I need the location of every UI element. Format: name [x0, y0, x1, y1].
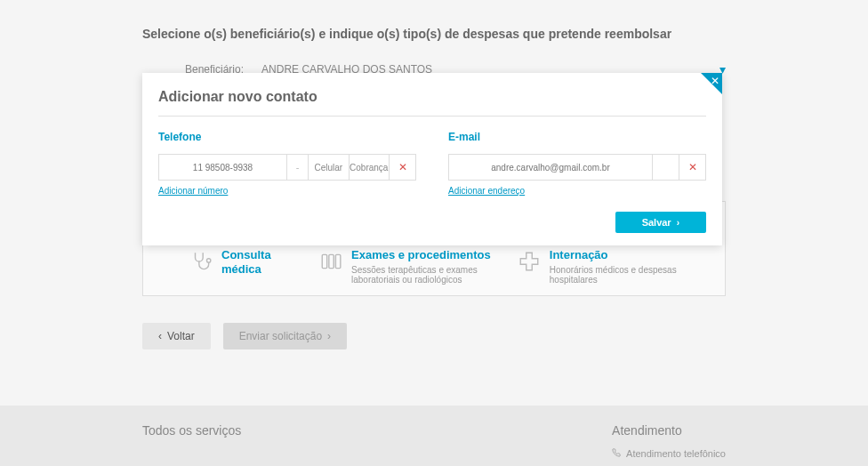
email-input[interactable]: [449, 155, 652, 180]
svg-rect-5: [335, 254, 340, 268]
chevron-left-icon: ‹: [158, 330, 162, 342]
phone-charge-select[interactable]: Cobrança: [349, 155, 390, 180]
expense-type-internacao[interactable]: Internação Honorários médicos e despesas…: [518, 248, 683, 285]
page-actions: ‹ Voltar Enviar solicitação ›: [142, 323, 726, 350]
save-button[interactable]: Salvar ›: [615, 212, 706, 233]
expense-type-title: Consulta médica: [221, 248, 293, 276]
expense-type-title: Internação: [550, 248, 683, 262]
remove-email-icon[interactable]: ✕: [679, 155, 705, 180]
page-heading: Selecione o(s) beneficiário(s) e indique…: [142, 27, 726, 41]
phone-heading: Telefone: [158, 131, 416, 143]
add-email-link[interactable]: Adicionar endereço: [448, 186, 525, 196]
svg-point-2: [207, 259, 211, 262]
modal-actions: Salvar ›: [158, 212, 706, 233]
add-phone-link[interactable]: Adicionar número: [158, 186, 228, 196]
footer-support-link-label: Atendimento telefônico: [626, 448, 726, 459]
email-field-row: ✕: [448, 154, 706, 181]
divider: [158, 116, 706, 116]
expense-types: Consulta médica Exames e procedimentos S…: [157, 248, 711, 285]
footer-support-title: Atendimento: [612, 423, 726, 438]
email-heading: E-mail: [448, 131, 706, 143]
phone-column: Telefone - Celular Cobrança ✕ Adicionar …: [158, 131, 416, 197]
phone-icon: [612, 448, 621, 459]
modal-columns: Telefone - Celular Cobrança ✕ Adicionar …: [158, 131, 706, 197]
submit-button[interactable]: Enviar solicitação ›: [223, 323, 347, 350]
phone-number-input[interactable]: [159, 155, 286, 180]
expense-type-consulta[interactable]: Consulta médica: [189, 248, 293, 285]
close-icon[interactable]: ✕: [711, 75, 719, 87]
expense-type-exames[interactable]: Exames e procedimentos Sessões terapêuti…: [319, 248, 491, 285]
chevron-right-icon: ›: [677, 218, 679, 228]
lab-icon: [319, 250, 342, 277]
back-label: Voltar: [167, 330, 195, 342]
save-label: Salvar: [642, 217, 671, 228]
phone-sep: -: [286, 155, 308, 180]
chevron-right-icon: ›: [327, 330, 331, 342]
expense-type-desc: Honorários médicos e despesas hospitalar…: [550, 265, 683, 285]
modal-title: Adicionar novo contato: [158, 89, 706, 105]
footer: Todos os serviços Atendimento Atendiment…: [0, 406, 868, 466]
back-button[interactable]: ‹ Voltar: [142, 323, 211, 350]
svg-rect-3: [322, 254, 326, 268]
expense-type-title: Exames e procedimentos: [351, 248, 491, 262]
expense-type-desc: Sessões terapêuticas e exames laboratori…: [351, 265, 485, 285]
footer-support-link[interactable]: Atendimento telefônico: [612, 448, 726, 459]
hospital-cross-icon: [518, 250, 541, 277]
email-sep: [652, 155, 679, 180]
stethoscope-icon: [189, 250, 213, 277]
add-contact-modal: ✕ Adicionar novo contato Telefone - Celu…: [142, 73, 722, 245]
phone-type-select[interactable]: Celular: [308, 155, 349, 180]
email-column: E-mail ✕ Adicionar endereço: [448, 131, 706, 197]
remove-phone-icon[interactable]: ✕: [389, 155, 415, 180]
phone-field-row: - Celular Cobrança ✕: [158, 154, 416, 181]
footer-services-title: Todos os serviços: [142, 423, 241, 438]
submit-label: Enviar solicitação: [239, 330, 322, 342]
svg-rect-4: [329, 254, 334, 268]
